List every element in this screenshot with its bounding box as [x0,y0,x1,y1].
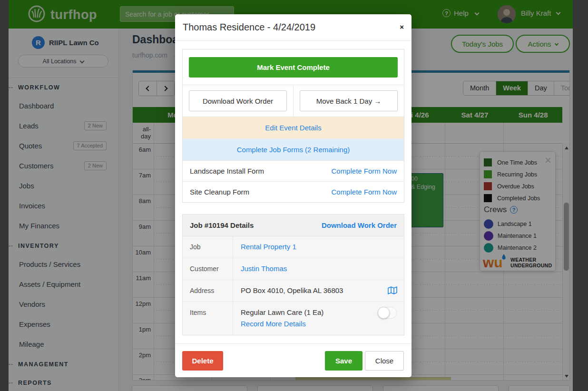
table-row: Customer Justin Thomas [183,258,404,280]
form-row: Site Cleanup Form Complete Form Now [183,181,404,202]
record-more-details-link[interactable]: Record More Details [241,320,306,328]
table-row: Address PO Box 4010, Opelika AL 36803 [183,280,404,302]
modal-footer: Delete Save Close [175,343,412,377]
customer-label: Customer [183,258,233,280]
close-button[interactable]: Close [365,351,404,371]
event-modal: Thomas Residence - 4/24/2019 × Mark Even… [175,14,412,377]
form-name: Site Cleanup Form [190,188,249,196]
address-label: Address [183,280,233,302]
modal-header: Thomas Residence - 4/24/2019 [175,14,412,41]
mark-event-complete-button[interactable]: Mark Event Complete [189,57,398,78]
close-icon[interactable]: × [400,23,404,31]
save-button[interactable]: Save [325,351,363,371]
job-details-table: Job #10194 Details Download Work Order J… [182,214,404,335]
app-window: turfhop ? Help Billy Kraft R RIIPL Lawn … [0,0,588,391]
modal-title: Thomas Residence - 4/24/2019 [183,22,315,33]
form-row: Landscape Install Form Complete Form Now [183,160,404,181]
item-value: Regular Lawn Care (1 Ea) [241,308,397,316]
items-label: Items [183,302,233,335]
complete-form-now-link[interactable]: Complete Form Now [331,167,397,175]
address-value: PO Box 4010, Opelika AL 36803 [241,286,343,294]
form-name: Landscape Install Form [190,167,264,175]
job-details-heading: Job #10194 Details [190,221,254,229]
complete-form-now-link[interactable]: Complete Form Now [331,188,397,196]
delete-button[interactable]: Delete [182,351,223,371]
table-row: Job Rental Property 1 [183,236,404,258]
job-label: Job [183,236,233,258]
item-toggle[interactable] [378,307,397,319]
download-work-order-button[interactable]: Download Work Order [189,90,287,111]
job-link[interactable]: Rental Property 1 [241,243,296,251]
edit-event-details-link[interactable]: Edit Event Details [265,124,321,132]
complete-job-forms-link[interactable]: Complete Job Forms (2 Remaining) [237,146,350,154]
map-icon[interactable] [388,286,397,296]
table-row: Items Regular Lawn Care (1 Ea) Record Mo… [183,302,404,335]
download-work-order-link[interactable]: Download Work Order [322,221,397,229]
move-back-1-day-button[interactable]: Move Back 1 Day → [300,90,398,111]
customer-link[interactable]: Justin Thomas [241,264,287,273]
event-actions-group: Mark Event Complete Download Work Order … [182,49,404,203]
